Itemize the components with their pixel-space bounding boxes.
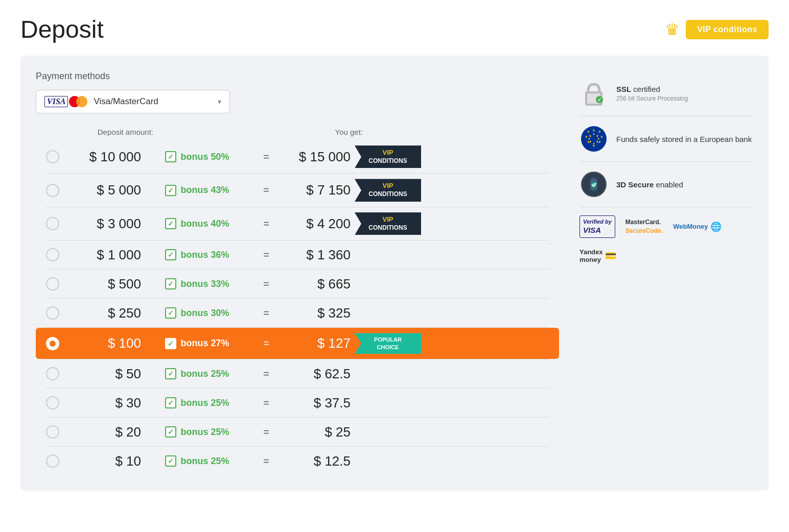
mastercard-logo bbox=[69, 95, 87, 108]
radio-button[interactable] bbox=[46, 454, 59, 468]
conditions-label: CONDITIONS bbox=[368, 224, 407, 232]
deposit-row[interactable]: $ 250✓bonus 30%=$ 325 bbox=[36, 299, 559, 327]
check-box: ✓ bbox=[165, 278, 176, 289]
deposit-amount: $ 250 bbox=[59, 305, 141, 321]
check-box: ✓ bbox=[165, 426, 176, 438]
bonus-percent: bonus 25% bbox=[180, 398, 229, 408]
main-panel: Payment methods VISA Visa/MasterCard ▾ D… bbox=[20, 56, 769, 491]
eu-flag-icon bbox=[579, 125, 608, 153]
payment-name: Visa/MasterCard bbox=[94, 96, 212, 107]
vip-badge: VIPCONDITIONS bbox=[355, 146, 421, 168]
right-panel: ✓ SSL certified 256 bit Secure Processin… bbox=[579, 71, 753, 475]
deposit-amount: $ 30 bbox=[59, 395, 141, 411]
bonus-percent: bonus 50% bbox=[180, 152, 229, 162]
equals-sign: = bbox=[253, 278, 279, 290]
get-amount: $ 665 bbox=[279, 276, 351, 292]
bonus-percent: bonus 27% bbox=[180, 338, 229, 349]
header: Deposit ♛ VIP conditions bbox=[20, 15, 769, 43]
deposit-row[interactable]: $ 5 000✓bonus 43%=$ 7 150VIPCONDITIONS bbox=[36, 174, 559, 206]
bonus-area: ✓bonus 50% bbox=[141, 151, 253, 162]
bonus-percent: bonus 25% bbox=[180, 456, 229, 467]
deposit-row[interactable]: $ 3 000✓bonus 40%=$ 4 200VIPCONDITIONS bbox=[36, 207, 559, 240]
deposit-rows: $ 10 000✓bonus 50%=$ 15 000VIPCONDITIONS… bbox=[36, 140, 559, 475]
conditions-label: CONDITIONS bbox=[368, 157, 407, 165]
deposit-amount: $ 100 bbox=[59, 335, 141, 351]
bonus-percent: bonus 43% bbox=[180, 185, 229, 196]
visa-logo: VISA bbox=[44, 96, 68, 107]
radio-button[interactable] bbox=[46, 277, 59, 291]
vip-btn-area: ♛ VIP conditions bbox=[665, 20, 769, 39]
radio-button[interactable] bbox=[46, 337, 59, 350]
radio-button[interactable] bbox=[46, 217, 59, 230]
crown-icon: ♛ bbox=[665, 20, 680, 39]
page-title: Deposit bbox=[20, 15, 104, 43]
deposit-row[interactable]: $ 10✓bonus 25%=$ 12.5 bbox=[36, 447, 559, 475]
deposit-row[interactable]: $ 50✓bonus 25%=$ 62.5 bbox=[36, 359, 559, 388]
radio-button[interactable] bbox=[46, 306, 59, 320]
dropdown-arrow-icon: ▾ bbox=[218, 98, 221, 106]
bonus-percent: bonus 25% bbox=[180, 427, 229, 438]
deposit-row[interactable]: $ 500✓bonus 33%=$ 665 bbox=[36, 270, 559, 298]
equals-sign: = bbox=[253, 218, 279, 230]
check-box: ✓ bbox=[165, 151, 176, 162]
3d-secure-icon bbox=[579, 170, 608, 199]
bonus-area: ✓bonus 33% bbox=[141, 278, 253, 289]
bonus-percent: bonus 36% bbox=[180, 250, 229, 260]
deposit-row[interactable]: $ 100✓bonus 27%=$ 127POPULARCHOICE bbox=[36, 328, 559, 359]
get-amount: $ 62.5 bbox=[279, 366, 351, 382]
deposit-row[interactable]: $ 30✓bonus 25%=$ 37.5 bbox=[36, 389, 559, 417]
conditions-label: CONDITIONS bbox=[368, 190, 407, 199]
get-amount: $ 25 bbox=[279, 424, 351, 440]
equals-sign: = bbox=[253, 455, 279, 467]
eu-bank-text: Funds safely stored in a European bank bbox=[616, 134, 752, 144]
deposit-row[interactable]: $ 20✓bonus 25%=$ 25 bbox=[36, 418, 559, 446]
badge-area: POPULARCHOICE bbox=[355, 333, 421, 354]
equals-sign: = bbox=[253, 397, 279, 409]
check-box: ✓ bbox=[165, 397, 176, 408]
vip-badge: VIPCONDITIONS bbox=[355, 179, 421, 201]
deposit-row[interactable]: $ 10 000✓bonus 50%=$ 15 000VIPCONDITIONS bbox=[36, 140, 559, 173]
payment-method-dropdown[interactable]: VISA Visa/MasterCard ▾ bbox=[36, 90, 230, 113]
get-amount: $ 12.5 bbox=[279, 453, 351, 469]
get-amount: $ 325 bbox=[279, 305, 351, 321]
radio-button[interactable] bbox=[46, 367, 59, 380]
deposit-amount: $ 1 000 bbox=[59, 247, 141, 263]
you-get-header: You get: bbox=[291, 128, 363, 136]
equals-sign: = bbox=[253, 151, 279, 163]
radio-button[interactable] bbox=[46, 150, 59, 163]
bonus-percent: bonus 33% bbox=[180, 279, 229, 289]
deposit-row[interactable]: $ 1 000✓bonus 36%=$ 1 360 bbox=[36, 240, 559, 269]
radio-button[interactable] bbox=[46, 184, 59, 197]
radio-button[interactable] bbox=[46, 248, 59, 261]
vip-conditions-button[interactable]: VIP conditions bbox=[686, 20, 769, 39]
mastercard-secure-logo: MasterCard. SecureCode. bbox=[625, 218, 663, 235]
bonus-percent: bonus 25% bbox=[180, 369, 229, 379]
left-panel: Payment methods VISA Visa/MasterCard ▾ D… bbox=[36, 71, 559, 475]
deposit-amount-header: Deposit amount: bbox=[72, 128, 153, 136]
get-amount: $ 1 360 bbox=[279, 247, 351, 263]
vip-badge: VIPCONDITIONS bbox=[355, 212, 421, 235]
deposit-amount: $ 3 000 bbox=[59, 216, 141, 232]
popular-badge: POPULARCHOICE bbox=[355, 333, 421, 354]
deposit-amount: $ 10 bbox=[59, 453, 141, 469]
equals-sign: = bbox=[253, 368, 279, 380]
equals-sign: = bbox=[253, 249, 279, 261]
verified-visa-logo: Verified by VISA bbox=[579, 215, 615, 238]
vip-label: VIP bbox=[383, 149, 393, 157]
deposit-amount: $ 5 000 bbox=[59, 182, 141, 198]
bonus-area: ✓bonus 25% bbox=[141, 455, 253, 467]
bonus-area: ✓bonus 25% bbox=[141, 397, 253, 408]
deposit-amount: $ 10 000 bbox=[59, 149, 141, 165]
radio-button[interactable] bbox=[46, 425, 59, 439]
radio-button[interactable] bbox=[46, 396, 59, 409]
svg-text:✓: ✓ bbox=[597, 97, 601, 103]
deposit-amount: $ 20 bbox=[59, 424, 141, 440]
bonus-area: ✓bonus 36% bbox=[141, 249, 253, 260]
ssl-icon: ✓ bbox=[579, 79, 608, 108]
equals-sign: = bbox=[253, 426, 279, 438]
equals-sign: = bbox=[253, 337, 279, 349]
check-box: ✓ bbox=[165, 455, 176, 467]
get-amount: $ 7 150 bbox=[279, 182, 351, 198]
deposit-amount: $ 500 bbox=[59, 276, 141, 292]
brand-logos: Verified by VISA MasterCard. SecureCode.… bbox=[579, 207, 753, 263]
